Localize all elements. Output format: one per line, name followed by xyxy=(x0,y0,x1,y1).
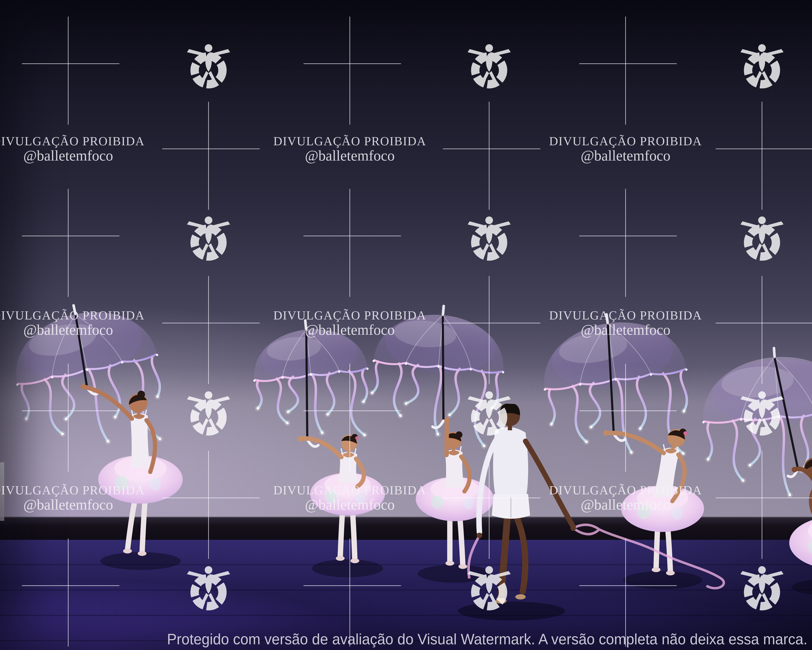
jellyfish-umbrella xyxy=(246,313,376,453)
jellyfish-umbrella xyxy=(698,341,812,512)
jellyfish-umbrella xyxy=(2,289,176,469)
ballerina-dancer xyxy=(80,384,183,570)
photo-canvas: DIVULGAÇÃO PROIBIDA@balletemfocoDIVULGAÇ… xyxy=(0,0,812,650)
scene-svg xyxy=(0,0,812,650)
ballerina-dancer xyxy=(789,453,812,596)
ballerina-dancer xyxy=(298,432,385,577)
jellyfish-umbrella xyxy=(365,299,510,450)
watermark-caption: Protegido com versão de avaliação do Vis… xyxy=(15,631,812,648)
